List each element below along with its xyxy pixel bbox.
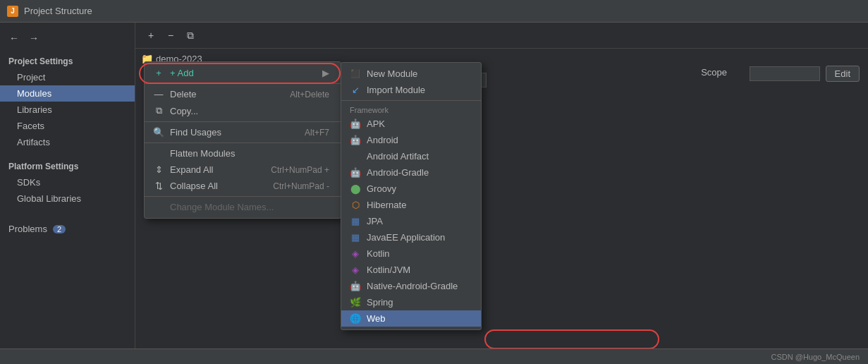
submenu-item-groovy[interactable]: ⬤ Groovy — [341, 181, 481, 197]
change-module-names-label: Change Module Names... — [170, 202, 274, 212]
kotlin-label: Kotlin — [367, 248, 390, 259]
find-icon: 🔍 — [153, 127, 164, 138]
menu-item-find-usages[interactable]: 🔍 Find Usages Alt+F7 — [145, 124, 341, 140]
submenu-item-kotlinjvm[interactable]: ◈ Kotlin/JVM — [341, 262, 481, 278]
add-arrow-icon: ▶ — [322, 68, 329, 78]
new-module-icon: ⬛ — [350, 69, 361, 78]
delete-icon: — — [153, 89, 164, 99]
delete-label: Delete — [170, 89, 197, 99]
javaee-icon: ▦ — [350, 232, 361, 243]
submenu: ⬛ New Module ↙ Import Module Framework 🤖… — [341, 62, 482, 330]
import-module-label: Import Module — [367, 85, 425, 95]
menu-item-expand-all[interactable]: ⇕ Expand All Ctrl+NumPad + — [145, 162, 341, 178]
scope-label: Scope — [701, 67, 727, 78]
scope-row: Edit Scope — [741, 61, 868, 86]
submenu-item-web[interactable]: 🌐 Web — [341, 310, 481, 327]
app-icon: J — [7, 6, 18, 17]
menu-item-change-module-names: Change Module Names... — [145, 199, 341, 215]
apk-label: APK — [367, 119, 385, 129]
bottom-bar: CSDN @Hugo_McQueen — [0, 348, 868, 364]
submenu-item-javaee[interactable]: ▦ JavaEE Application — [341, 229, 481, 245]
sidebar-item-sdks[interactable]: SDKs — [0, 174, 135, 190]
menu-item-flatten-modules[interactable]: Flatten Modules — [145, 145, 341, 162]
android-gradle-icon: 🤖 — [350, 167, 361, 178]
menu-item-copy[interactable]: ⧉ Copy... — [145, 102, 341, 119]
android-label: Android — [367, 135, 398, 145]
submenu-item-new-module[interactable]: ⬛ New Module — [341, 66, 481, 82]
content-area: + − ⧉ 📁 demo-2023 Name: Edit Scope + + A — [135, 23, 868, 348]
framework-section-label: Framework — [341, 103, 481, 116]
hibernate-icon: ⬡ — [350, 200, 361, 210]
android-icon: 🤖 — [350, 135, 361, 145]
web-icon: 🌐 — [350, 313, 361, 324]
collapse-shortcut: Ctrl+NumPad - — [273, 181, 329, 191]
web-label: Web — [367, 313, 386, 324]
add-menu-icon: + — [153, 68, 164, 78]
native-android-gradle-icon: 🤖 — [350, 281, 361, 291]
add-button[interactable]: + — [142, 27, 159, 44]
sidebar-item-modules[interactable]: Modules — [0, 85, 135, 102]
submenu-item-android[interactable]: 🤖 Android — [341, 132, 481, 148]
submenu-item-hibernate[interactable]: ⬡ Hibernate — [341, 197, 481, 213]
platform-settings-label: Platform Settings — [0, 156, 135, 174]
highlight-web-circle — [484, 329, 659, 348]
problems-badge: 2 — [53, 225, 66, 233]
submenu-item-native-android-gradle[interactable]: 🤖 Native-Android-Gradle — [341, 278, 481, 294]
title-bar: J Project Structure — [0, 0, 868, 23]
problems-section: Problems 2 — [0, 218, 135, 240]
copy-icon: ⧉ — [153, 105, 164, 116]
expand-shortcut: Ctrl+NumPad + — [271, 165, 329, 175]
javaee-label: JavaEE Application — [367, 232, 445, 243]
new-module-label: New Module — [367, 68, 417, 79]
submenu-item-android-artifact[interactable]: Android Artifact — [341, 148, 481, 164]
find-usages-shortcut: Alt+F7 — [305, 128, 329, 138]
nav-back-button[interactable]: ← — [6, 30, 23, 47]
menu-item-collapse-all[interactable]: ⇅ Collapse All Ctrl+NumPad - — [145, 178, 341, 194]
submenu-item-apk[interactable]: 🤖 APK — [341, 116, 481, 132]
sidebar-item-project[interactable]: Project — [0, 69, 135, 85]
remove-button[interactable]: − — [162, 27, 179, 44]
menu-separator-2 — [145, 121, 341, 122]
groovy-icon: ⬤ — [350, 183, 361, 194]
submenu-item-spring[interactable]: 🌿 Spring — [341, 294, 481, 310]
import-module-icon: ↙ — [350, 85, 361, 95]
find-usages-label: Find Usages — [170, 127, 221, 138]
jpa-label: JPA — [367, 216, 383, 226]
collapse-all-label: Collapse All — [170, 181, 218, 191]
groovy-label: Groovy — [367, 183, 396, 194]
nav-forward-button[interactable]: → — [25, 30, 42, 47]
sidebar-item-artifacts[interactable]: Artifacts — [0, 134, 135, 150]
context-menu: + + Add ▶ ⬛ New Module ↙ Import Module F… — [144, 61, 341, 219]
collapse-icon: ⇅ — [153, 181, 164, 191]
spring-icon: 🌿 — [350, 297, 361, 308]
menu-item-add[interactable]: + + Add ▶ ⬛ New Module ↙ Import Module F… — [145, 65, 341, 81]
scope-dropdown[interactable] — [750, 66, 820, 81]
submenu-item-jpa[interactable]: ▦ JPA — [341, 213, 481, 229]
submenu-separator-1 — [341, 100, 481, 101]
sidebar: ← → Project Settings Project Modules Lib… — [0, 23, 135, 348]
sidebar-item-facets[interactable]: Facets — [0, 118, 135, 134]
menu-add-label: + Add — [170, 68, 194, 78]
copy-button[interactable]: ⧉ — [182, 27, 199, 44]
window-title: Project Structure — [24, 6, 92, 16]
expand-icon: ⇕ — [153, 164, 164, 175]
delete-shortcut: Alt+Delete — [290, 90, 329, 99]
sidebar-item-libraries[interactable]: Libraries — [0, 102, 135, 118]
kotlin-icon: ◈ — [350, 248, 361, 259]
expand-all-label: Expand All — [170, 164, 213, 175]
kotlinjvm-label: Kotlin/JVM — [367, 265, 410, 275]
hibernate-label: Hibernate — [367, 200, 406, 210]
flatten-modules-label: Flatten Modules — [170, 148, 236, 159]
apk-icon: 🤖 — [350, 119, 361, 129]
android-artifact-label: Android Artifact — [367, 151, 429, 162]
native-android-gradle-label: Native-Android-Gradle — [367, 281, 458, 291]
sidebar-divider — [0, 150, 135, 156]
edit-button[interactable]: Edit — [826, 66, 860, 82]
sidebar-item-global-libraries[interactable]: Global Libraries — [0, 190, 135, 207]
menu-item-delete[interactable]: — Delete Alt+Delete — [145, 86, 341, 102]
submenu-item-import-module[interactable]: ↙ Import Module — [341, 82, 481, 98]
submenu-item-android-gradle[interactable]: 🤖 Android-Gradle — [341, 164, 481, 181]
project-settings-label: Project Settings — [0, 51, 135, 69]
submenu-item-kotlin[interactable]: ◈ Kotlin — [341, 245, 481, 262]
kotlinjvm-icon: ◈ — [350, 265, 361, 275]
